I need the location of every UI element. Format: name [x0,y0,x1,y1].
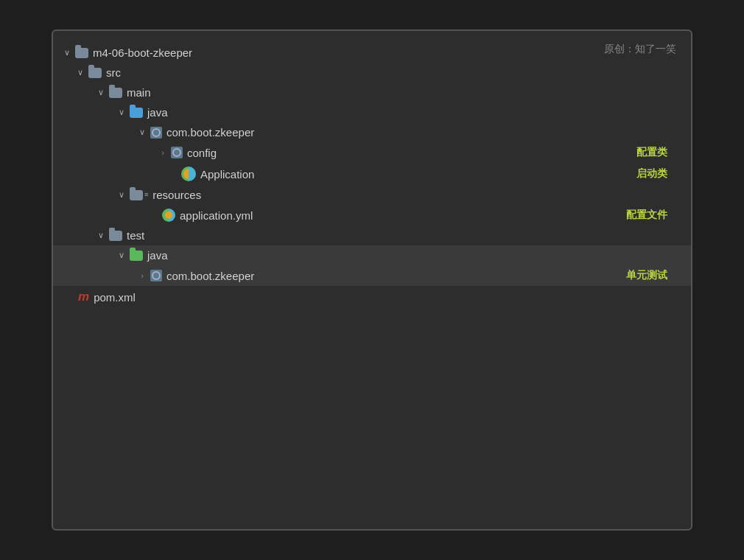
item-label: application.yml [180,209,626,222]
spring-app-icon [181,167,196,181]
chevron-icon: ∨ [96,88,106,97]
item-label: src [106,66,682,79]
chevron-icon: › [137,271,147,280]
resources-folder-icon: ≡ [130,190,148,200]
java-test-folder-icon [130,251,143,261]
item-label: test [127,229,682,242]
item-label: com.boot.zkeeper [166,126,682,139]
folder-icon [88,68,102,78]
tree-container: ∨ m4-06-boot-zkeeper ∨ src ∨ main ∨ java [53,43,691,308]
tree-row[interactable]: › com.boot.zkeeper 单元测试 [53,265,691,286]
folder-icon [75,48,88,58]
tree-row[interactable]: m pom.xml [53,286,691,308]
chevron-icon: ∨ [75,68,85,77]
annotation-label: 配置类 [636,146,682,159]
annotation-label: 配置文件 [626,209,682,222]
tree-row[interactable]: ∨ main [53,83,691,102]
item-label: config [187,147,636,159]
maven-icon: m [78,290,89,304]
tree-row[interactable]: ∨ test [53,225,691,245]
chevron-icon: › [158,148,168,157]
item-label: java [147,106,682,119]
item-label: main [127,86,682,99]
item-label: Application [200,168,636,181]
annotation-label: 启动类 [636,167,682,181]
chevron-icon: ∨ [116,190,127,200]
java-folder-icon [130,108,143,118]
folder-icon [109,231,122,241]
yaml-icon [162,209,175,222]
folder-icon [109,88,122,98]
tree-row[interactable]: › config 配置类 [53,142,691,163]
tree-row[interactable]: Application 启动类 [53,163,691,185]
item-label: com.boot.zkeeper [166,270,626,282]
chevron-icon: ∨ [116,108,127,117]
tree-row[interactable]: ∨ java [53,245,691,265]
chevron-icon: ∨ [116,251,127,260]
file-tree-panel: 原创：知了一笑 ∨ m4-06-boot-zkeeper ∨ src ∨ mai… [52,29,692,531]
chevron-icon: ∨ [96,231,106,240]
package-icon [150,127,162,139]
chevron-icon: ∨ [137,127,147,137]
tree-row[interactable]: ∨ com.boot.zkeeper [53,122,691,142]
annotation-label: 单元测试 [626,269,682,282]
chevron-icon: ∨ [62,48,72,57]
tree-row[interactable]: ∨ java [53,102,691,122]
tree-row[interactable]: ∨ m4-06-boot-zkeeper [53,43,691,63]
item-label: resources [152,189,682,201]
item-label: pom.xml [94,291,682,304]
package-icon [150,270,162,281]
item-label: m4-06-boot-zkeeper [93,46,682,59]
package-icon [171,147,183,158]
item-label: java [147,249,682,262]
tree-row[interactable]: ∨ ≡ resources [53,185,691,205]
tree-row[interactable]: ∨ src [53,63,691,83]
tree-row[interactable]: application.yml 配置文件 [53,205,691,225]
